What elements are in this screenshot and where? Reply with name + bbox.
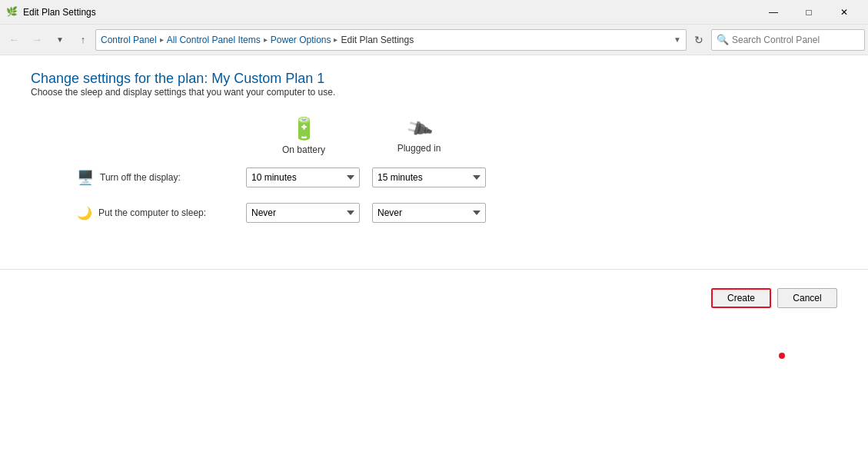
breadcrumb-power-options[interactable]: Power Options (271, 35, 331, 45)
back-button[interactable]: ← (3, 29, 25, 51)
sleep-label-area: 🌙 Put the computer to sleep: (77, 206, 246, 221)
plan-title-prefix: Change settings for the plan: (31, 71, 211, 86)
plug-icon: 🔌 (404, 114, 434, 144)
forward-button[interactable]: → (26, 29, 48, 51)
plugged-in-header: 🔌 Plugged in (361, 118, 477, 154)
column-headers: 🔋 On battery 🔌 Plugged in (246, 116, 837, 155)
breadcrumb-bar: Control Panel ▸ All Control Panel Items … (95, 29, 687, 51)
plan-name: My Custom Plan 1 (211, 71, 324, 86)
monitor-icon: 🖥️ (77, 169, 94, 186)
up-button[interactable]: ↑ (72, 29, 94, 51)
create-button[interactable]: Create (711, 288, 771, 308)
battery-icon: 🔋 (291, 116, 318, 141)
window-controls: — □ ✕ (756, 0, 862, 25)
display-plugged-in-select[interactable]: 1 minute 5 minutes 10 minutes 15 minutes… (372, 167, 486, 187)
content-area: Change settings for the plan: My Custom … (0, 55, 868, 254)
display-dropdowns: 1 minute 2 minutes 5 minutes 10 minutes … (246, 167, 486, 187)
breadcrumb-sep-1: ▸ (160, 35, 164, 44)
minimize-button[interactable]: — (756, 0, 791, 25)
title-bar: 🌿 Edit Plan Settings — □ ✕ (0, 0, 868, 25)
breadcrumb-dropdown-icon[interactable]: ▼ (673, 35, 681, 44)
search-box: 🔍 (711, 29, 865, 51)
sleep-setting-row: 🌙 Put the computer to sleep: 5 minutes 1… (77, 203, 837, 223)
breadcrumb-all-items[interactable]: All Control Panel Items (167, 35, 261, 45)
app-icon: 🌿 (6, 6, 18, 18)
refresh-button[interactable]: ↻ (688, 29, 710, 51)
plugged-in-label: Plugged in (397, 143, 441, 154)
maximize-button[interactable]: □ (791, 0, 826, 25)
divider (0, 269, 868, 270)
cancel-button[interactable]: Cancel (777, 288, 837, 308)
breadcrumb-sep-2: ▸ (264, 35, 268, 44)
breadcrumb-control-panel[interactable]: Control Panel (101, 35, 157, 45)
search-input[interactable] (732, 35, 860, 45)
button-area: Create Cancel (0, 285, 868, 308)
subtitle: Choose the sleep and display settings th… (31, 87, 837, 98)
recent-button[interactable]: ▼ (49, 29, 71, 51)
sleep-dropdowns: 5 minutes 10 minutes 15 minutes 30 minut… (246, 203, 486, 223)
sleep-label: Put the computer to sleep: (98, 207, 206, 218)
plan-title: Change settings for the plan: My Custom … (31, 71, 837, 87)
search-icon: 🔍 (717, 34, 729, 45)
display-label: Turn off the display: (100, 172, 181, 183)
display-on-battery-select[interactable]: 1 minute 2 minutes 5 minutes 10 minutes … (246, 167, 360, 187)
settings-table: 🔋 On battery 🔌 Plugged in 🖥️ Turn off th… (77, 116, 837, 223)
breadcrumb-sep-3: ▸ (334, 35, 338, 44)
sleep-on-battery-select[interactable]: 5 minutes 10 minutes 15 minutes 30 minut… (246, 203, 360, 223)
display-setting-row: 🖥️ Turn off the display: 1 minute 2 minu… (77, 167, 837, 187)
sleep-icon: 🌙 (77, 206, 92, 221)
breadcrumb-current: Edit Plan Settings (341, 35, 414, 45)
address-bar: ← → ▼ ↑ Control Panel ▸ All Control Pane… (0, 25, 868, 55)
on-battery-header: 🔋 On battery (246, 116, 361, 155)
close-button[interactable]: ✕ (826, 0, 862, 25)
on-battery-label: On battery (282, 144, 325, 155)
window-title: Edit Plan Settings (23, 7, 756, 18)
display-label-area: 🖥️ Turn off the display: (77, 169, 246, 186)
sleep-plugged-in-select[interactable]: 5 minutes 10 minutes 15 minutes 30 minut… (372, 203, 486, 223)
red-dot (779, 353, 785, 359)
plan-title-text: Change settings for the plan: My Custom … (31, 71, 324, 86)
